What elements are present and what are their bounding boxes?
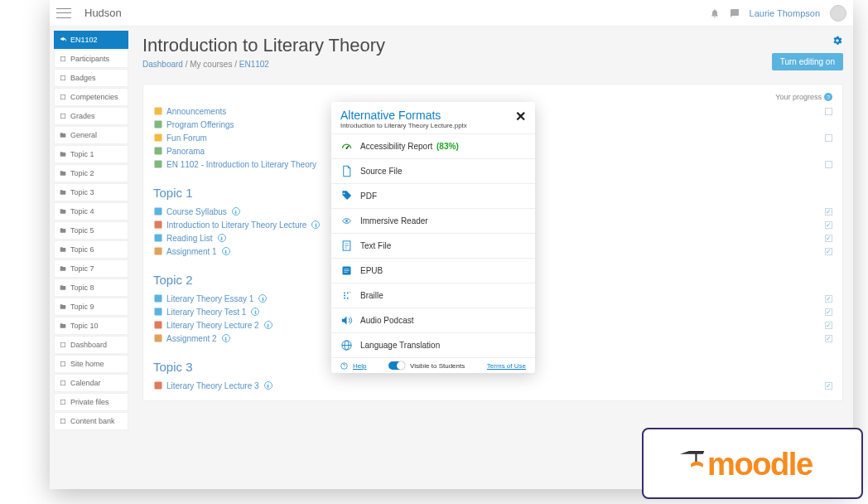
sidebar-item-topic-8[interactable]: Topic 8 [54, 279, 128, 297]
sidebar-item-en1102[interactable]: EN1102 [54, 31, 128, 49]
download-badge-icon[interactable]: ⬇ [251, 308, 259, 316]
format-option-immersive-reader[interactable]: Immersive Reader [331, 208, 535, 233]
format-option-pdf[interactable]: PDF [331, 183, 535, 208]
visible-to-students-toggle[interactable] [388, 361, 405, 370]
sidebar-item-topic-4[interactable]: Topic 4 [54, 202, 128, 220]
format-option-accessibility-report[interactable]: Accessibility Report (83%) [331, 133, 535, 158]
activity-label: Announcements [166, 107, 226, 116]
sidebar-item-topic-5[interactable]: Topic 5 [54, 221, 128, 240]
svg-rect-14 [155, 208, 162, 216]
username[interactable]: Laurie Thompson [750, 8, 820, 18]
completion-checkbox[interactable] [825, 108, 832, 115]
activity-link[interactable]: Assignment 1⬇ [153, 246, 230, 256]
completion-checkbox[interactable] [825, 208, 832, 216]
gear-icon[interactable] [832, 35, 843, 46]
breadcrumb-root[interactable]: Dashboard [142, 60, 183, 69]
sidebar-item-topic-10[interactable]: Topic 10 [54, 317, 128, 335]
activity-link[interactable]: Literary Theory Lecture 3⬇ [153, 380, 272, 390]
download-badge-icon[interactable]: ⬇ [311, 220, 320, 229]
svg-rect-8 [60, 419, 65, 423]
download-badge-icon[interactable]: ⬇ [264, 321, 272, 329]
sidebar-item-calendar[interactable]: Calendar [54, 374, 128, 392]
sidebar-item-topic-2[interactable]: Topic 2 [54, 164, 128, 182]
activity-link[interactable]: Announcements [153, 106, 226, 116]
completion-checkbox[interactable] [825, 221, 832, 229]
completion-checkbox[interactable] [825, 134, 832, 142]
download-badge-icon[interactable]: ⬇ [264, 381, 272, 390]
activity-link[interactable]: EN 1102 - Introduction to Literary Theor… [153, 159, 316, 169]
completion-checkbox[interactable] [825, 308, 832, 316]
breadcrumb-leaf[interactable]: EN1102 [239, 60, 269, 69]
format-option-text-file[interactable]: Text File [331, 233, 535, 258]
hamburger-icon[interactable] [56, 8, 71, 18]
help-link[interactable]: Help [353, 362, 366, 370]
completion-checkbox[interactable] [825, 295, 832, 303]
svg-rect-22 [155, 382, 162, 390]
svg-text:?: ? [343, 363, 345, 368]
ppt-icon [153, 380, 163, 390]
completion-checkbox[interactable] [825, 248, 832, 255]
activity-link[interactable]: Literary Theory Lecture 2⬇ [153, 320, 272, 330]
activity-link[interactable]: Literary Theory Essay 1⬇ [153, 293, 267, 303]
sidebar-item-label: Private files [70, 398, 109, 406]
turn-editing-on-button[interactable]: Turn editing on [772, 53, 843, 70]
activity-link[interactable]: Literary Theory Test 1⬇ [153, 307, 259, 317]
sidebar-item-competencies[interactable]: Competencies [54, 88, 128, 106]
download-badge-icon[interactable]: ⬇ [232, 207, 240, 216]
folder-icon [60, 132, 66, 138]
terms-link[interactable]: Terms of Use [487, 362, 526, 370]
activity-link[interactable]: Assignment 2⬇ [153, 333, 230, 343]
book-icon [153, 159, 163, 169]
completion-checkbox[interactable] [825, 322, 832, 329]
activity-link[interactable]: Course Syllabus⬇ [153, 206, 240, 216]
sidebar-item-topic-7[interactable]: Topic 7 [54, 259, 128, 278]
chat-icon[interactable] [730, 8, 740, 18]
reader-icon [340, 215, 353, 227]
sidebar-item-private-files[interactable]: Private files [54, 393, 128, 411]
avatar[interactable] [830, 5, 846, 22]
puzzle-icon [153, 146, 163, 156]
check-icon [60, 94, 66, 100]
sidebar-item-content-bank[interactable]: Content bank [54, 412, 128, 430]
folder-icon [60, 246, 66, 253]
sidebar-item-topic-3[interactable]: Topic 3 [54, 183, 128, 201]
download-badge-icon[interactable]: ⬇ [222, 247, 230, 255]
svg-point-35 [344, 295, 345, 297]
completion-checkbox[interactable] [825, 382, 832, 390]
sidebar-item-topic-6[interactable]: Topic 6 [54, 240, 128, 259]
svg-point-24 [343, 192, 345, 194]
format-option-audio-podcast[interactable]: Audio Podcast [331, 308, 535, 332]
sidebar-item-topic-9[interactable]: Topic 9 [54, 298, 128, 316]
sidebar-item-topic-1[interactable]: Topic 1 [54, 145, 128, 163]
epub-icon [340, 264, 353, 277]
sidebar-item-site-home[interactable]: Site home [54, 355, 128, 373]
completion-checkbox[interactable] [825, 235, 832, 242]
sidebar-item-dashboard[interactable]: Dashboard [54, 336, 128, 354]
sidebar-item-general[interactable]: General [54, 126, 128, 144]
format-option-braille[interactable]: Braille [331, 283, 535, 308]
activity-link[interactable]: Program Offerings [153, 119, 234, 129]
format-option-language-translation[interactable]: Language Translation [331, 332, 535, 357]
activity-link[interactable]: Reading List⬇ [153, 233, 226, 243]
folder-icon [60, 284, 66, 291]
sidebar-item-grades[interactable]: Grades [54, 107, 128, 125]
svg-point-34 [344, 292, 345, 293]
forum-icon [153, 106, 163, 116]
completion-checkbox[interactable] [825, 335, 832, 342]
sidebar-item-label: Site home [70, 360, 104, 368]
help-icon[interactable]: ? [824, 93, 832, 101]
sidebar-item-participants[interactable]: Participants [54, 50, 128, 68]
format-option-source-file[interactable]: Source File [331, 158, 535, 183]
download-badge-icon[interactable]: ⬇ [218, 234, 226, 242]
download-badge-icon[interactable]: ⬇ [222, 334, 230, 342]
activity-label: Panorama [166, 147, 205, 156]
activity-link[interactable]: Fun Forum [153, 133, 207, 143]
activity-link[interactable]: Panorama [153, 146, 205, 156]
activity-link[interactable]: Introduction to Literary Theory Lecture⬇ [153, 220, 320, 230]
download-badge-icon[interactable]: ⬇ [258, 294, 267, 303]
format-option-epub[interactable]: EPUB [331, 258, 535, 283]
completion-checkbox[interactable] [825, 161, 832, 168]
bell-icon[interactable] [710, 8, 720, 18]
close-icon[interactable]: ✕ [515, 109, 526, 124]
sidebar-item-badges[interactable]: Badges [54, 69, 128, 87]
